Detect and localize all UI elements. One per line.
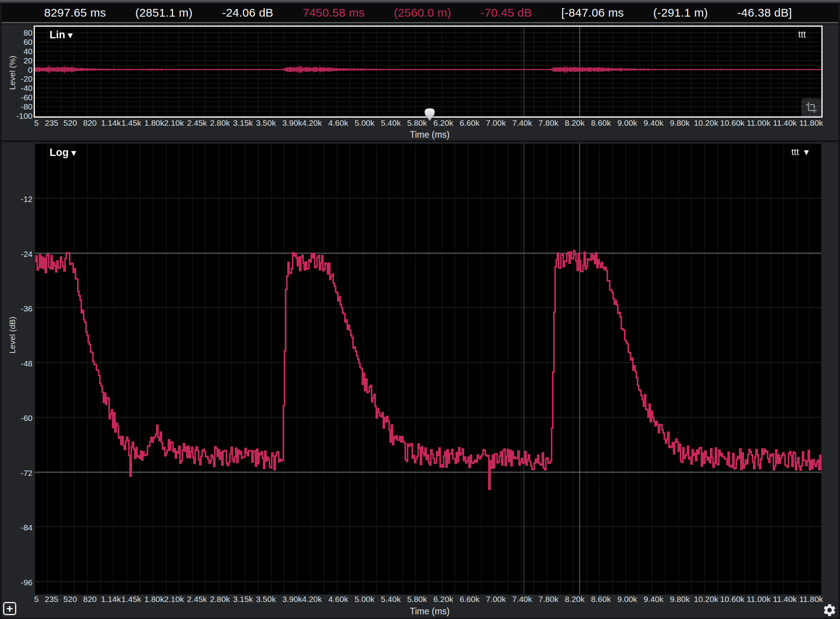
y-tick-label: -36 xyxy=(2,304,33,313)
dropdown-arrow-icon: ▼ xyxy=(802,147,811,157)
crop-zoom-button[interactable] xyxy=(801,98,821,116)
delta-time: [-847.06 ms xyxy=(561,6,624,19)
y-tick-label: 0 xyxy=(2,65,33,75)
secondary-cursor-distance: (2560.0 m) xyxy=(394,6,451,19)
y-tick-label: -20 xyxy=(2,74,33,84)
level-x-axis-title: Time (ms) xyxy=(36,606,823,617)
x-tick-label: 11.80k xyxy=(794,118,828,128)
y-tick-label: 60 xyxy=(2,38,33,47)
level-trace-label: ttt xyxy=(791,147,799,157)
y-tick-label: -24 xyxy=(2,250,33,259)
delta-distance: (-291.1 m) xyxy=(653,6,708,19)
primary-cursor-level: -24.06 dB xyxy=(222,6,273,19)
settings-gear-icon[interactable] xyxy=(822,603,837,617)
level-db-canvas[interactable] xyxy=(35,144,821,595)
cursor-readout-bar: 8297.65 ms (2851.1 m) -24.06 dB 7450.58 … xyxy=(2,3,838,23)
dropdown-arrow-icon: ▼ xyxy=(69,148,78,158)
waveform-overview-canvas[interactable] xyxy=(35,27,821,116)
overview-trace-label: ttt xyxy=(798,29,806,39)
audio-analyzer-window: 8297.65 ms (2851.1 m) -24.06 dB 7450.58 … xyxy=(0,0,840,619)
y-tick-label: -72 xyxy=(2,469,33,478)
level-trace-selector[interactable]: ttt▼ xyxy=(791,147,811,157)
y-tick-label: 80 xyxy=(2,28,33,38)
overview-scale-selector[interactable]: Lin▼ xyxy=(50,29,74,41)
delta-level: -46.38 dB] xyxy=(737,6,792,19)
secondary-cursor-level: -70.45 dB xyxy=(480,6,532,19)
window-top-edge xyxy=(0,0,840,3)
y-tick-label: -60 xyxy=(2,93,33,102)
time-marker-icon xyxy=(424,108,435,121)
y-tick-label: -96 xyxy=(2,578,33,587)
add-graph-button[interactable]: + xyxy=(3,602,16,615)
y-tick-label: -80 xyxy=(2,102,33,111)
overview-plot-frame: Lin▼ ttt xyxy=(34,26,823,118)
y-tick-label: 20 xyxy=(2,56,33,65)
primary-cursor-distance: (2851.1 m) xyxy=(135,6,193,19)
crop-icon xyxy=(806,102,817,113)
level-scale-label: Log xyxy=(50,147,69,158)
overview-chart-panel: Level (%) 52355208201.14k1.45k1.80k2.10k… xyxy=(2,24,838,140)
primary-cursor-time: 8297.65 ms xyxy=(44,6,106,19)
y-tick-label: -12 xyxy=(2,195,33,204)
y-tick-label: -40 xyxy=(2,84,33,93)
overview-trace-selector[interactable]: ttt xyxy=(798,29,806,40)
level-plot-frame: Log▼ ttt▼ xyxy=(34,143,822,595)
overview-x-axis-title: Time (ms) xyxy=(36,130,823,140)
secondary-cursor-time: 7450.58 ms xyxy=(303,6,365,19)
y-tick-label: -84 xyxy=(2,523,33,532)
y-tick-label: 40 xyxy=(2,47,33,56)
time-marker[interactable] xyxy=(424,108,435,121)
y-tick-label: -100 xyxy=(2,111,33,121)
level-scale-selector[interactable]: Log▼ xyxy=(50,147,78,159)
overview-scale-label: Lin xyxy=(50,29,65,41)
dropdown-arrow-icon: ▼ xyxy=(66,31,75,40)
y-tick-label: -48 xyxy=(2,359,33,368)
y-tick-label: -60 xyxy=(2,414,33,423)
level-chart-panel: Level (dB) 52355208201.14k1.45k1.80k2.10… xyxy=(2,142,838,617)
